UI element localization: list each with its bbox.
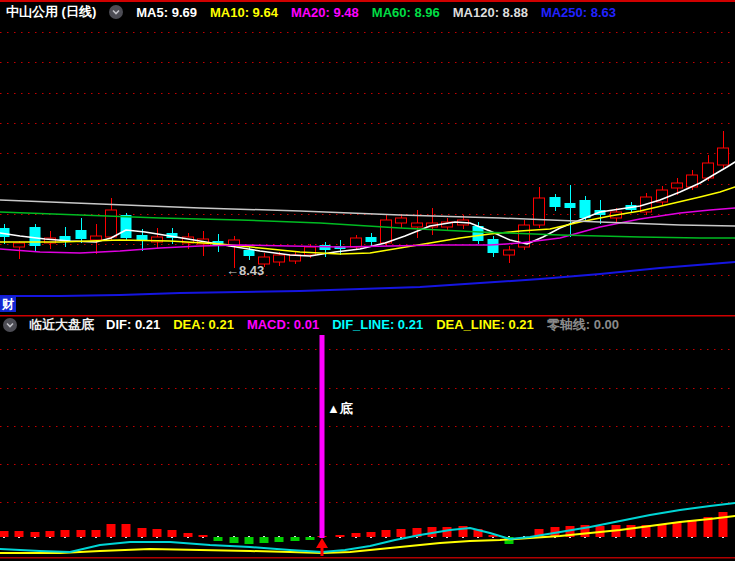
chevron-down-icon[interactable] [109,5,123,19]
main-chart-header: 中山公用 (日线) MA5: 9.69MA10: 9.64MA20: 9.48M… [6,4,629,20]
ma-legend-item-3: MA60: 8.96 [372,5,440,20]
frame-lines [0,0,735,559]
ma-legend-item-4: MA120: 8.88 [453,5,528,20]
stock-app-window: 中山公用 (日线) MA5: 9.69MA10: 9.64MA20: 9.48M… [0,0,735,561]
ma-legend-item-0: MA5: 9.69 [136,5,197,20]
macd-histogram-bars [0,512,728,544]
chevron-down-icon[interactable] [3,318,17,332]
ma-legend-item-1: MA10: 9.64 [210,5,278,20]
ma-line-ma250 [0,262,735,296]
indicator-name: 临近大盘底 [29,316,94,334]
corner-tag-label: 财 [0,296,16,312]
low-price-annotation: ←8.43 [226,263,264,278]
ma-legend-item-5: MA250: 8.63 [541,5,616,20]
ma-legend: MA5: 9.69MA10: 9.64MA20: 9.48MA60: 8.96M… [136,5,629,20]
indicator-legend-item-0: DIF: 0.21 [106,317,160,332]
bottom-signal-marker: ▲底 [327,400,353,418]
macd-pane-gridlines [0,350,735,503]
indicator-legend-item-5: 零轴线: 0.00 [547,317,619,332]
indicator-legend-item-4: DEA_LINE: 0.21 [436,317,534,332]
indicator-legend-item-2: MACD: 0.01 [247,317,319,332]
indicator-legend-item-3: DIF_LINE: 0.21 [332,317,423,332]
indicator-header: 临近大盘底 DIF: 0.21DEA: 0.21MACD: 0.01DIF_LI… [3,317,632,333]
buy-signal-group [316,335,328,556]
indicator-legend-item-1: DEA: 0.21 [173,317,234,332]
charts-canvas [0,0,735,561]
indicator-legend: DIF: 0.21DEA: 0.21MACD: 0.01DIF_LINE: 0.… [106,316,632,334]
page-title: 中山公用 (日线) [6,3,96,21]
ma-legend-item-2: MA20: 9.48 [291,5,359,20]
